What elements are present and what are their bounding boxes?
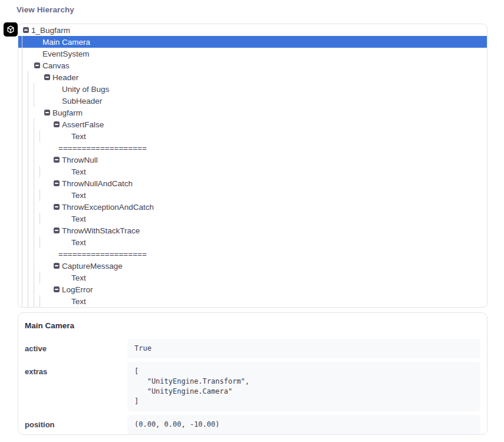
- tree-node-label: Canvas: [42, 61, 70, 70]
- node-details-panel: Main Camera activeTrueextras[ "UnityEngi…: [18, 312, 487, 435]
- tree-node-label: 1_Bugfarm: [31, 26, 70, 35]
- tree-node[interactable]: Main Camera: [18, 36, 487, 48]
- tree-node[interactable]: Text: [18, 166, 487, 177]
- tree-node-label: SubHeader: [62, 97, 102, 105]
- tree-node[interactable]: ThrowNull: [18, 154, 487, 166]
- field-key: position: [24, 415, 127, 429]
- tree-node[interactable]: Text: [18, 236, 487, 248]
- tree-node-label: Text: [71, 167, 86, 176]
- indent-guide: [39, 213, 40, 225]
- tree-node-label: ThrowWithStackTrace: [62, 226, 140, 235]
- collapse-icon[interactable]: [54, 157, 60, 163]
- tree-node[interactable]: AssertFalse: [18, 118, 487, 130]
- tree-node[interactable]: Text: [18, 189, 487, 201]
- tree-node[interactable]: Text: [18, 213, 487, 225]
- tree-node[interactable]: CaptureMessage: [18, 260, 487, 272]
- indent-guide: [39, 295, 40, 307]
- collapse-icon[interactable]: [23, 27, 29, 33]
- indent-guide: [39, 189, 40, 201]
- tree-node[interactable]: Text: [18, 130, 487, 142]
- indent-guide: [39, 272, 40, 283]
- tree-node[interactable]: EventSystem: [18, 48, 487, 60]
- tree-node[interactable]: ThrowWithStackTrace: [18, 225, 487, 236]
- hierarchy-panel: 1_BugfarmMain CameraEventSystemCanvasHea…: [18, 24, 487, 308]
- collapse-icon[interactable]: [54, 204, 60, 210]
- tree-node-label: Header: [52, 73, 78, 82]
- collapse-icon[interactable]: [44, 110, 50, 116]
- tree-node-label: ===================: [58, 144, 147, 153]
- tree-node-label: Text: [71, 273, 86, 282]
- tree-node[interactable]: Canvas: [18, 60, 487, 71]
- tree-node-label: Unity of Bugs: [62, 85, 109, 94]
- tree-separator-node[interactable]: ===================: [18, 142, 487, 154]
- indent-guide: [34, 118, 34, 307]
- tree-node-label: Text: [71, 238, 86, 247]
- tree-node[interactable]: SubHeader: [18, 95, 487, 107]
- field-key: active: [24, 339, 127, 353]
- tree-node-label: Text: [71, 191, 86, 200]
- tree-node-label: Text: [71, 297, 86, 306]
- field-value: (0.00, 0.00, -10.00): [127, 415, 480, 434]
- tree-node-label: ===================: [58, 250, 147, 259]
- tree-node[interactable]: Unity of Bugs: [18, 83, 487, 95]
- collapse-icon[interactable]: [54, 180, 60, 186]
- detail-field-row: activeTrue: [24, 339, 480, 358]
- indent-guide: [22, 36, 22, 307]
- tree-node[interactable]: ThrowNullAndCatch: [18, 177, 487, 189]
- indent-guide: [39, 130, 40, 142]
- tree-node-label: Text: [71, 215, 86, 223]
- tree-node-label: ThrowNull: [62, 156, 98, 164]
- tree-node-label: ThrowExceptionAndCatch: [62, 203, 154, 212]
- collapse-icon[interactable]: [34, 62, 40, 68]
- tree-node-label: CaptureMessage: [62, 262, 123, 271]
- indent-guide: [28, 71, 28, 307]
- tree-node-label: Text: [71, 132, 86, 141]
- details-fields: activeTrueextras[ "UnityEngine.Transform…: [24, 339, 480, 434]
- tree-node-label: Main Camera: [42, 38, 90, 47]
- view-hierarchy-heading: View Hierarchy: [17, 5, 74, 14]
- indent-guide: [34, 83, 34, 107]
- tree-node-label: ThrowNullAndCatch: [62, 179, 133, 188]
- tree-node[interactable]: Bugfarm: [18, 107, 487, 118]
- indent-guide: [39, 166, 40, 177]
- unity-logo-icon: [4, 22, 18, 37]
- collapse-icon[interactable]: [44, 74, 50, 80]
- collapse-icon[interactable]: [54, 121, 60, 127]
- detail-field-row: extras[ "UnityEngine.Transform", "UnityE…: [24, 362, 480, 411]
- collapse-icon[interactable]: [54, 286, 60, 292]
- tree-node[interactable]: ThrowExceptionAndCatch: [18, 201, 487, 213]
- collapse-icon[interactable]: [54, 227, 60, 233]
- tree-node-label: Bugfarm: [52, 108, 83, 117]
- tree-node-label: EventSystem: [42, 50, 90, 58]
- tree-node[interactable]: 1_Bugfarm: [18, 24, 487, 36]
- field-key: extras: [24, 362, 127, 376]
- details-title: Main Camera: [24, 321, 480, 330]
- tree-separator-node[interactable]: ===================: [18, 248, 487, 260]
- field-value: [ "UnityEngine.Transform", "UnityEngine.…: [127, 362, 480, 411]
- tree-node[interactable]: Header: [18, 71, 487, 83]
- detail-field-row: position(0.00, 0.00, -10.00): [24, 415, 480, 434]
- tree-node[interactable]: Text: [18, 272, 487, 283]
- tree-node[interactable]: Text: [18, 295, 487, 307]
- tree-node-label: LogError: [62, 285, 93, 294]
- collapse-icon[interactable]: [54, 263, 60, 269]
- hierarchy-tree: 1_BugfarmMain CameraEventSystemCanvasHea…: [18, 24, 487, 307]
- tree-node-label: AssertFalse: [62, 120, 104, 129]
- field-value: True: [127, 339, 480, 358]
- tree-node[interactable]: LogError: [18, 283, 487, 295]
- indent-guide: [39, 236, 40, 248]
